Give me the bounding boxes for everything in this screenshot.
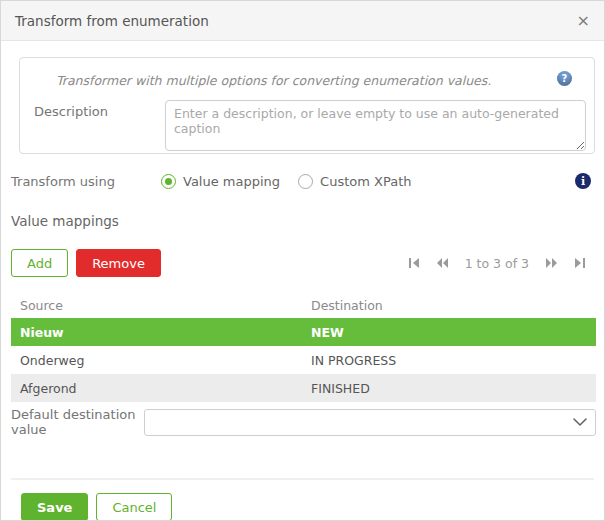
dialog-footer: Save Cancel: [11, 480, 596, 521]
value-mappings-table: Source Destination NieuwNEWOnderwegIN PR…: [11, 293, 596, 402]
pagination: 1 to 3 of 3: [408, 256, 586, 271]
default-destination-select[interactable]: [144, 409, 596, 436]
table-row[interactable]: AfgerondFINISHED: [11, 374, 596, 402]
dialog-body: Transformer with multiple options for co…: [1, 57, 604, 521]
destination-cell[interactable]: IN PROGRESS: [311, 353, 596, 368]
next-page-icon[interactable]: [545, 257, 558, 269]
source-cell[interactable]: Nieuw: [11, 325, 311, 340]
previous-page-icon[interactable]: [436, 257, 449, 269]
description-label: Description: [34, 100, 165, 151]
save-button[interactable]: Save: [21, 493, 88, 521]
transformer-info-group: Transformer with multiple options for co…: [19, 57, 595, 154]
transform-using-label: Transform using: [11, 174, 161, 189]
table-row[interactable]: NieuwNEW: [11, 318, 596, 346]
info-icon[interactable]: i: [575, 173, 591, 189]
source-cell[interactable]: Onderweg: [11, 353, 311, 368]
chevron-down-icon: [573, 418, 587, 427]
pagination-range: 1 to 3 of 3: [465, 256, 529, 271]
value-mappings-heading: Value mappings: [11, 213, 596, 229]
dialog-header: Transform from enumeration ×: [1, 1, 604, 41]
add-button[interactable]: Add: [11, 249, 68, 277]
close-icon[interactable]: ×: [577, 13, 590, 29]
radio-custom-xpath[interactable]: Custom XPath: [298, 174, 411, 189]
default-destination-label: Default destination value: [11, 407, 144, 437]
help-icon[interactable]: ?: [557, 71, 572, 86]
column-header-destination[interactable]: Destination: [311, 298, 596, 313]
last-page-icon[interactable]: [574, 257, 586, 269]
radio-icon[interactable]: [298, 174, 313, 189]
destination-cell[interactable]: FINISHED: [311, 381, 596, 396]
radio-value-mapping[interactable]: Value mapping: [161, 174, 280, 189]
table-header-row: Source Destination: [11, 293, 596, 318]
cancel-button[interactable]: Cancel: [96, 493, 172, 521]
table-row[interactable]: OnderwegIN PROGRESS: [11, 346, 596, 374]
radio-icon[interactable]: [161, 174, 176, 189]
column-header-source[interactable]: Source: [11, 298, 311, 313]
value-mappings-toolbar: Add Remove 1 to 3 of 3: [11, 249, 596, 277]
transform-dialog: Transform from enumeration × Transformer…: [0, 0, 605, 521]
dialog-title: Transform from enumeration: [15, 13, 209, 29]
description-field[interactable]: [165, 100, 586, 151]
transform-using-row: Transform using Value mapping Custom XPa…: [11, 173, 596, 189]
transformer-hint: Transformer with multiple options for co…: [56, 71, 491, 88]
destination-cell[interactable]: NEW: [311, 325, 596, 340]
first-page-icon[interactable]: [408, 257, 420, 269]
remove-button[interactable]: Remove: [76, 249, 161, 277]
default-destination-row: Default destination value: [11, 407, 596, 437]
value-mappings-table-body: NieuwNEWOnderwegIN PROGRESSAfgerondFINIS…: [11, 318, 596, 402]
source-cell[interactable]: Afgerond: [11, 381, 311, 396]
